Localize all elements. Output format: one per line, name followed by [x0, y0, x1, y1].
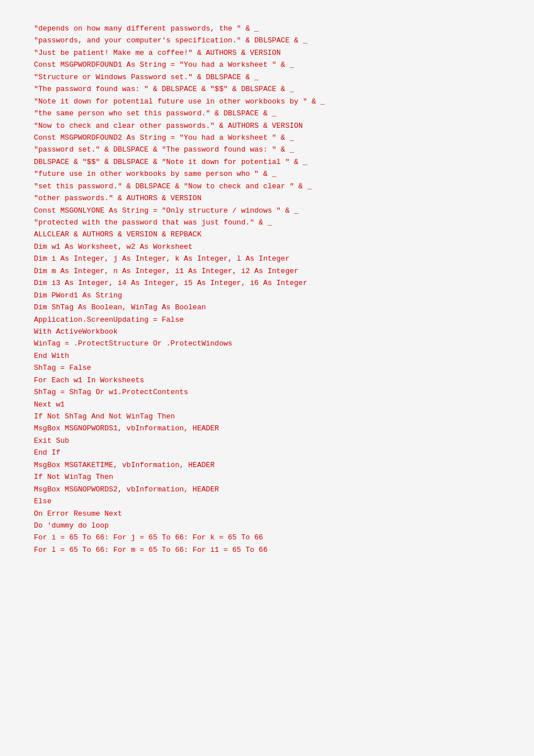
- code-line: Exit Sub: [34, 435, 500, 447]
- code-line: Else: [34, 495, 500, 507]
- code-line: "future use in other workbooks by same p…: [34, 168, 500, 180]
- code-line: "Structure or Windows Password set." & D…: [34, 71, 500, 83]
- code-line: WinTag = .ProtectStructure Or .ProtectWi…: [34, 338, 500, 349]
- code-line: For l = 65 To 66: For m = 65 To 66: For …: [34, 544, 500, 556]
- code-line: End If: [34, 447, 500, 459]
- code-line: "password set." & DBLSPACE & "The passwo…: [34, 144, 500, 155]
- code-line: Dim m As Integer, n As Integer, i1 As In…: [34, 265, 500, 277]
- code-line: MsgBox MSGTAKETIME, vbInformation, HEADE…: [34, 459, 500, 471]
- code-line: Const MSGONLYONE As String = "Only struc…: [34, 205, 500, 217]
- code-line: Next w1: [34, 399, 500, 411]
- code-line: End With: [34, 350, 500, 362]
- code-line: For i = 65 To 66: For j = 65 To 66: For …: [34, 532, 500, 543]
- code-line: Dim ShTag As Boolean, WinTag As Boolean: [34, 301, 500, 313]
- code-line: On Error Resume Next: [34, 508, 500, 520]
- code-line: ShTag = False: [34, 362, 500, 374]
- code-line: "the same person who set this password."…: [34, 107, 500, 119]
- code-line: Dim w1 As Worksheet, w2 As Worksheet: [34, 241, 500, 253]
- code-line: If Not ShTag And Not WinTag Then: [34, 411, 500, 422]
- code-line: MsgBox MSGNOPWORDS1, vbInformation, HEAD…: [34, 422, 500, 434]
- code-line: Dim i As Integer, j As Integer, k As Int…: [34, 253, 500, 265]
- code-line: ShTag = ShTag Or w1.ProtectContents: [34, 386, 500, 398]
- code-line: MsgBox MSGNOPWORDS2, vbInformation, HEAD…: [34, 483, 500, 495]
- code-line: "Just be patient! Make me a coffee!" & A…: [34, 47, 500, 59]
- code-line: With ActiveWorkbook: [34, 326, 500, 338]
- code-line: Application.ScreenUpdating = False: [34, 314, 500, 326]
- code-line: "depends on how many different passwords…: [34, 23, 500, 34]
- code-line: Do 'dummy do loop: [34, 520, 500, 532]
- code-line: ALLCLEAR & AUTHORS & VERSION & REPBACK: [34, 228, 500, 240]
- code-line: If Not WinTag Then: [34, 471, 500, 483]
- code-line: For Each w1 In Worksheets: [34, 374, 500, 386]
- code-line: DBLSPACE & "$$" & DBLSPACE & "Note it do…: [34, 156, 500, 168]
- code-container: "depends on how many different passwords…: [34, 23, 500, 556]
- code-line: "set this password." & DBLSPACE & "Now t…: [34, 180, 500, 192]
- code-line: Const MSGPWORDFOUND2 As String = "You ha…: [34, 132, 500, 144]
- code-line: Dim PWord1 As String: [34, 290, 500, 301]
- code-line: "Note it down for potential future use i…: [34, 96, 500, 107]
- code-line: "The password found was: " & DBLSPACE & …: [34, 83, 500, 95]
- code-line: "protected with the password that was ju…: [34, 217, 500, 228]
- code-line: "other passwords." & AUTHORS & VERSION: [34, 192, 500, 204]
- code-line: Dim i3 As Integer, i4 As Integer, i5 As …: [34, 277, 500, 289]
- code-line: "Now to check and clear other passwords.…: [34, 120, 500, 132]
- code-line: "passwords, and your computer's specific…: [34, 34, 500, 46]
- code-line: Const MSGPWORDFOUND1 As String = "You ha…: [34, 59, 500, 71]
